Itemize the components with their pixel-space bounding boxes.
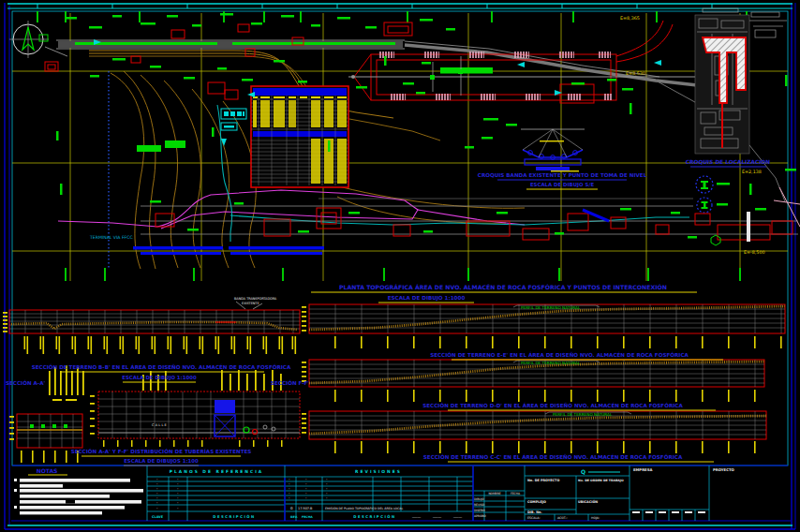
rev0-num: 0 [290, 506, 293, 510]
escala-label: ESCALA: [527, 516, 541, 520]
coordinates-table [251, 86, 348, 187]
nombre-label: NOMBRE [488, 492, 500, 495]
north-arrow-icon [9, 21, 67, 58]
descripcion-label-rev: DESCRIPCIÓN [353, 514, 396, 519]
label-e-loc: E=2,138 [742, 170, 762, 174]
svg-text:-: - [326, 495, 328, 500]
belt-trough-detail [521, 129, 585, 171]
profile-dd [302, 360, 764, 402]
revisiones-title: REVISIONES [355, 469, 402, 474]
perfil-label-ee: PERFIL DE TERRENO NATURAL [521, 305, 581, 310]
bb-note-2: EXISTENTE [242, 302, 259, 305]
label-terminal: TERMINAL VIA FFCC [89, 235, 133, 240]
svg-text:-: - [305, 495, 307, 500]
no-orden-label: No. DE ORDEN DE TRABAJO [578, 479, 624, 482]
svg-text:-: - [156, 506, 158, 510]
label-e-bottom: E=-8,500 [744, 250, 765, 255]
title-block: NOTAS PLANOS DE REFERENCIA -- -- -- -- -… [12, 466, 788, 521]
planta-title: PLANTA TOPOGRÁFICA ÁREA DE NVO. ALMACÉN … [339, 284, 667, 290]
svg-text:-: - [177, 500, 179, 505]
svg-text:-: - [289, 495, 290, 500]
road-lines [56, 40, 785, 201]
cad-drawing: PLANTA TOPOGRÁFICA ÁREA DE NVO. ALMACÉN … [0, 0, 800, 532]
croquis-banda-title: CROQUIS BANDA EXISTENTE Y PUNTO DE TOMA … [478, 172, 647, 178]
location-sketch [695, 8, 787, 154]
proyecto-label: PROYECTO [713, 467, 735, 472]
firma-diseno: DISEÑÓ [474, 509, 485, 512]
profile-bb [3, 302, 300, 354]
profile-ee [302, 304, 785, 348]
bb-note-1: BANDA TRANSPORTADORA [234, 297, 277, 301]
aaff-scale: ESCALA DE DIBUJOS 1:100 [124, 458, 199, 465]
croquis-banda-scale: ESCALA DE DIBUJO S/E [530, 182, 594, 188]
cyan-arrows [94, 39, 661, 146]
acotacion-label: ACOT.: [557, 516, 568, 520]
bb-scale: ESCALA DE DIBUJO 1:1000 [122, 375, 197, 381]
bb-title: SECCIÓN DE TERRENO B-B' EN EL ÁREA DE DI… [32, 363, 291, 370]
water-bars [133, 246, 324, 255]
rev-label: REV. [290, 515, 298, 519]
svg-text:-: - [177, 506, 179, 510]
clave-label: CLAVE [152, 515, 164, 519]
planos-ref-title: PLANOS DE REFERENCIA [170, 469, 263, 474]
label-e-mid: E=8,530 [626, 71, 645, 76]
descripcion-label-ref: DESCRIPCIÓN [213, 514, 256, 519]
aaff-title: SECCIÓN A-A' Y F-F' DISTRIBUCIÓN DE TUBE… [71, 448, 252, 454]
section-aaff [90, 370, 300, 447]
profile-cc [302, 411, 766, 453]
fecha-label-rev: FECHA [302, 515, 313, 519]
logo-q: Q [581, 468, 585, 475]
label-e-top: E=8,365 [620, 16, 640, 21]
section-aa-label: SECCIÓN A-A' [6, 379, 46, 386]
ubicacion-label: UBICACIÓN [578, 499, 598, 504]
perfil-label-cc: PERFIL DE TERRENO NATURAL [553, 412, 613, 417]
croquis-loc-title: CROQUIS DE LOCALIZACIÓN [686, 158, 770, 165]
svg-text:-: - [156, 500, 158, 505]
drain-boxes [221, 109, 246, 130]
manhole-symbols [696, 176, 730, 213]
boundary-lines [58, 71, 800, 270]
calle-label: C A L L E [152, 423, 168, 427]
perfil-label-dd: PERFIL DE TERRENO NATURAL [521, 361, 581, 365]
svg-text:_____: _____ [452, 514, 462, 518]
rev0-code: 17-507-B [298, 507, 313, 510]
complejo-label: COMPLEJO [527, 500, 546, 504]
planta-scale: ESCALA DE DIBUJO 1:1000 [388, 295, 466, 302]
cc-caption: SECCIÓN DE TERRENO C-C' EN EL ÁREA DE DI… [423, 453, 683, 460]
empresa-label: EMPRESA [633, 467, 652, 472]
firma-reviso: REVISÓ [474, 503, 485, 507]
rev0-desc: EMISIÓN DE PLANO TOPOGRÁFICO DEL ÁREA LO… [325, 507, 403, 510]
ee-caption: SECCIÓN DE TERRENO E-E' EN EL ÁREA DE DI… [430, 351, 689, 358]
hoja-label: HOJA: [591, 516, 600, 520]
cad-sheet: PLANTA TOPOGRÁFICA ÁREA DE NVO. ALMACÉN … [0, 0, 800, 532]
fecha-label: FECHA [511, 492, 521, 495]
dd-caption: SECCIÓN DE TERRENO D-D' EN EL ÁREA DE DI… [422, 402, 683, 408]
firma-dibujo: DIBUJÓ [474, 497, 484, 501]
firma-aprobo: APROBÓ [474, 514, 486, 518]
no-proyecto-label: No. DE PROYECTO [527, 479, 559, 482]
notas-title: NOTAS [37, 467, 58, 474]
svg-text:_____: _____ [411, 514, 421, 518]
dib-no-label: DIB. No. [527, 510, 542, 514]
svg-text:_____: _____ [432, 514, 441, 518]
section-ff-label: SECCIÓN F-F' [271, 379, 309, 386]
